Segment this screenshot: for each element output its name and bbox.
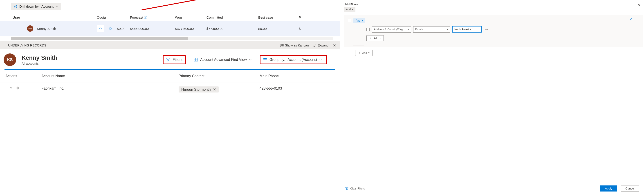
- svg-rect-4: [280, 44, 281, 47]
- value-input[interactable]: [452, 26, 482, 32]
- kanban-label: Show as Kanban: [285, 43, 309, 47]
- info-icon[interactable]: i: [144, 16, 147, 19]
- col-bestcase[interactable]: Best case: [256, 15, 296, 19]
- won-value: $377,500.00: [173, 27, 204, 30]
- sort-asc-icon: ↑: [66, 75, 68, 78]
- svg-point-1: [15, 6, 16, 7]
- table-icon: [194, 58, 198, 62]
- target-button[interactable]: [106, 25, 114, 32]
- svg-point-0: [14, 5, 17, 8]
- funnel-clear-icon: [345, 187, 348, 190]
- share-icon: [99, 27, 102, 30]
- expand-button[interactable]: Expand: [313, 43, 328, 47]
- detail-name: Kenny Smith: [22, 54, 57, 61]
- add-filters-panel: Add Filters And▾ ✕ ⤢ ⋯ And▾ Address 2: C…: [344, 2, 643, 195]
- drilldown-prefix: Drill down by:: [19, 4, 40, 8]
- chevron-down-icon: [55, 5, 58, 8]
- forecast-header-row: User Quota Forecasti Won Committed Best …: [0, 14, 340, 21]
- expand-group-icon[interactable]: ⤢: [630, 17, 632, 20]
- svg-point-2: [109, 27, 112, 30]
- quota-value: $0.00: [117, 27, 126, 30]
- col-quota[interactable]: Quota: [94, 15, 128, 19]
- svg-rect-6: [282, 44, 284, 46]
- cancel-button[interactable]: Cancel: [621, 185, 639, 192]
- filters-label: Filters: [172, 58, 182, 62]
- view-selector[interactable]: Account Advanced Find View: [191, 56, 254, 63]
- chevron-down-icon: [319, 58, 322, 61]
- show-kanban-button[interactable]: Show as Kanban: [280, 43, 309, 47]
- drilldown-pill[interactable]: Drill down by: Account: [11, 3, 61, 10]
- remove-chip-icon[interactable]: ✕: [213, 87, 216, 92]
- panel-title: Add Filters: [344, 2, 643, 7]
- col-pipeline[interactable]: P: [296, 15, 317, 19]
- committed-value: $77,500.00: [204, 27, 256, 30]
- filter-canvas: ⤢ ⋯ And▾ Address 2: Country/Reg…▾ Equals…: [344, 15, 643, 47]
- svg-rect-5: [282, 44, 282, 46]
- svg-point-3: [110, 28, 111, 29]
- group-conjunction[interactable]: And▾: [354, 18, 365, 23]
- contact-name: Haroun Stormonth: [181, 88, 211, 92]
- condition-more-icon[interactable]: ⋯: [484, 28, 490, 31]
- col-actions[interactable]: Actions: [6, 74, 42, 78]
- detail-subtitle: All accounts: [22, 62, 57, 65]
- close-button[interactable]: [333, 44, 336, 47]
- account-name-cell: Fabrikam, Inc.: [42, 86, 178, 92]
- col-won[interactable]: Won: [173, 15, 204, 19]
- groupby-prefix: Group by:: [270, 58, 285, 62]
- share-button[interactable]: [97, 25, 104, 32]
- forecast-row[interactable]: KS Kenny Smith $0.00 $455,000.00 $377,50…: [0, 21, 340, 36]
- target-icon: [109, 27, 112, 30]
- grid-header-row: Actions Account Name↑ Primary Contact Ma…: [0, 70, 340, 82]
- condition-row: Address 2: Country/Reg…▾ Equals▾ ⋯: [366, 26, 639, 32]
- forecast-value: $455,000.00: [128, 27, 173, 30]
- view-label: Account Advanced Find View: [200, 58, 247, 62]
- plus-icon: ＋: [369, 36, 372, 40]
- col-committed[interactable]: Committed: [204, 15, 256, 19]
- groupby-button[interactable]: Group by: Account (Account): [260, 55, 327, 64]
- filters-button[interactable]: Filters: [163, 55, 186, 64]
- open-record-icon[interactable]: [8, 86, 12, 92]
- svg-rect-7: [194, 58, 198, 61]
- group-checkbox[interactable]: [348, 19, 351, 22]
- bestcase-value: $0.00: [256, 27, 296, 30]
- underlying-title: UNDERLYING RECORDS: [8, 43, 46, 47]
- add-condition-button[interactable]: ＋ Add▾: [366, 35, 384, 41]
- condition-checkbox[interactable]: [366, 28, 370, 31]
- contact-chip[interactable]: Haroun Stormonth ✕: [178, 86, 219, 92]
- target-icon: [14, 5, 18, 8]
- forecast-table: User Quota Forecasti Won Committed Best …: [0, 14, 340, 36]
- close-icon: [333, 44, 336, 47]
- operator-dropdown[interactable]: Equals▾: [413, 26, 450, 32]
- apply-button[interactable]: Apply: [600, 186, 617, 192]
- groupby-value: Account (Account): [288, 58, 317, 62]
- phone-cell: 423-555-0103: [260, 86, 332, 92]
- col-forecast[interactable]: Forecasti: [128, 15, 173, 19]
- underlying-records-bar: UNDERLYING RECORDS Show as Kanban Expand: [0, 41, 340, 49]
- user-name: Kenny Smith: [37, 27, 56, 30]
- col-main-phone[interactable]: Main Phone: [260, 74, 332, 78]
- add-record-icon[interactable]: [16, 86, 19, 92]
- expand-icon: [313, 44, 316, 47]
- avatar: KS: [27, 25, 33, 32]
- col-primary-contact[interactable]: Primary Contact: [178, 74, 260, 78]
- table-row[interactable]: Fabrikam, Inc. Haroun Stormonth ✕ 423-55…: [0, 82, 340, 97]
- root-conjunction[interactable]: And▾: [344, 7, 356, 12]
- add-group-button[interactable]: ＋ Add▾: [355, 50, 372, 56]
- field-dropdown[interactable]: Address 2: Country/Reg…▾: [372, 26, 411, 32]
- col-account-name[interactable]: Account Name↑: [42, 74, 178, 78]
- plus-circle-icon: [16, 86, 19, 90]
- kanban-icon: [280, 43, 284, 47]
- annotation-line: [142, 0, 345, 10]
- expand-label: Expand: [318, 43, 328, 47]
- clear-filters-button[interactable]: Clear Filters: [345, 187, 365, 190]
- group-more-icon[interactable]: ⋯: [636, 17, 639, 21]
- horizontal-scrollbar[interactable]: [11, 37, 333, 40]
- chevron-down-icon: [249, 58, 252, 61]
- panel-close-button[interactable]: ✕: [638, 3, 641, 7]
- avatar-large: KS: [4, 53, 16, 66]
- col-user[interactable]: User: [0, 15, 94, 19]
- funnel-icon: [166, 58, 170, 62]
- drilldown-value: Account: [42, 4, 54, 8]
- detail-header: KS Kenny Smith All accounts Filters Acco…: [0, 49, 340, 69]
- open-icon: [8, 86, 12, 90]
